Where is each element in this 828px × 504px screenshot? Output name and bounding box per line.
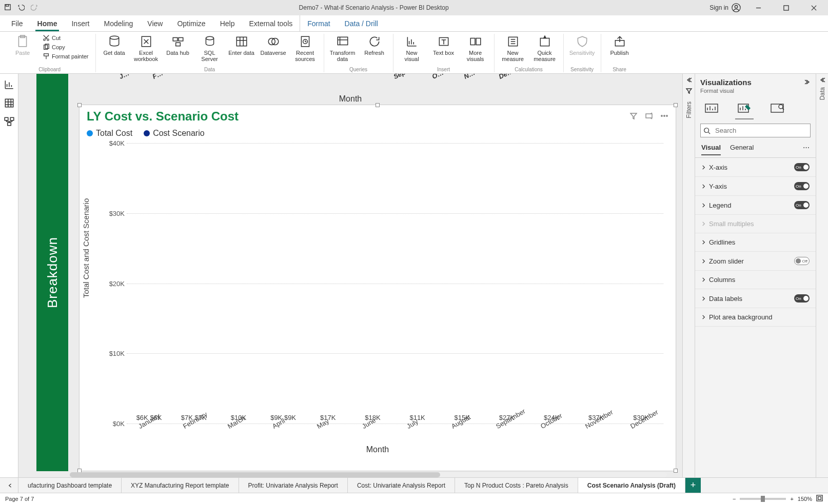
filter-icon[interactable] [629, 112, 638, 122]
page-nav-left[interactable] [2, 478, 18, 493]
x-category: June [361, 416, 377, 430]
tab-home[interactable]: Home [30, 15, 65, 31]
new-measure-button[interactable]: New measure [500, 34, 526, 62]
format-tab-visual[interactable]: Visual [701, 144, 721, 155]
new-visual-button[interactable]: New visual [399, 34, 425, 62]
svg-rect-18 [236, 37, 247, 46]
chart-visual[interactable]: LY Cost vs. Scenario Cost Total Cost Cos… [79, 105, 676, 471]
more-options-icon[interactable] [660, 112, 668, 122]
format-card-columns[interactable]: Columns [695, 271, 816, 289]
tab-modeling[interactable]: Modeling [96, 15, 140, 31]
format-card-legend[interactable]: LegendOn [695, 196, 816, 215]
format-card-y-axis[interactable]: Y-axisOn [695, 177, 816, 196]
zoom-in-button[interactable]: + [790, 496, 793, 502]
redo-icon[interactable] [31, 4, 38, 12]
transform-data-button[interactable]: Transform data [329, 34, 356, 62]
format-card-data-labels[interactable]: Data labelsOn [695, 289, 816, 308]
publish-icon [613, 35, 626, 48]
page-tab[interactable]: ufacturing Dashboard template [18, 478, 122, 493]
focus-mode-icon[interactable] [645, 112, 653, 122]
tab-help[interactable]: Help [213, 15, 242, 31]
toggle-y-axis[interactable]: On [794, 182, 810, 190]
tab-data-drill[interactable]: Data / Drill [338, 15, 385, 31]
sql-server-button[interactable]: SQL Server [196, 34, 223, 62]
format-more-icon[interactable]: ⋯ [803, 144, 810, 155]
analytics-tab[interactable] [767, 99, 787, 117]
report-canvas[interactable]: J… F… Sept… O… N… De… Month Breakdown LY… [18, 74, 682, 477]
tab-insert[interactable]: Insert [64, 15, 96, 31]
zoom-out-button[interactable]: − [733, 496, 736, 502]
cut-button[interactable]: Cut [41, 34, 90, 42]
expand-pane-icon[interactable] [804, 78, 811, 87]
data-pane-collapsed[interactable]: Data [816, 74, 828, 477]
save-icon[interactable] [4, 4, 11, 12]
format-card-gridlines[interactable]: Gridlines [695, 233, 816, 252]
toggle-legend[interactable]: On [794, 201, 810, 209]
add-page-button[interactable]: + [685, 478, 701, 493]
signin-button[interactable]: Sign in [709, 3, 741, 12]
format-card-x-axis[interactable]: X-axisOn [695, 158, 816, 177]
enter-data-button[interactable]: Enter data [228, 34, 255, 56]
svg-point-17 [206, 36, 213, 40]
toggle-zoom-slider[interactable]: Off [794, 257, 810, 265]
svg-point-12 [110, 36, 119, 39]
viz-pane-title: Visualizations [700, 78, 752, 87]
page-tab[interactable]: Profit: Univariate Analysis Report [239, 478, 348, 493]
dataverse-button[interactable]: Dataverse [260, 34, 287, 56]
format-card-zoom-slider[interactable]: Zoom sliderOff [695, 252, 816, 271]
data-view-button[interactable] [4, 97, 15, 109]
undo-icon[interactable] [17, 4, 25, 12]
toggle-data-labels[interactable]: On [794, 294, 810, 303]
build-visual-tab[interactable] [701, 99, 722, 117]
report-view-button[interactable] [4, 79, 15, 90]
copy-button[interactable]: Copy [41, 43, 90, 51]
page-tab[interactable]: Top N Product Costs : Pareto Analysis [455, 478, 578, 493]
y-tick: $30K [98, 209, 125, 217]
canvas-scrollbar[interactable] [70, 472, 667, 477]
minimize-button[interactable] [748, 0, 768, 15]
format-card-plot-area-background[interactable]: Plot area background [695, 308, 816, 327]
window-title: Demo7 - What-if Scenario Analysis - Powe… [38, 4, 709, 11]
toggle-x-axis[interactable]: On [794, 163, 810, 171]
breakdown-sidebar[interactable]: Breakdown [36, 74, 68, 471]
format-search-input[interactable] [700, 124, 811, 137]
data-hub-button[interactable]: Data hub [165, 34, 191, 56]
quick-measure-button[interactable]: Quick measure [531, 34, 558, 62]
title-bar: Demo7 - What-if Scenario Analysis - Powe… [0, 0, 828, 15]
chevron-right-icon [701, 201, 706, 209]
recent-sources-button[interactable]: Recent sources [292, 34, 319, 62]
publish-button[interactable]: Publish [606, 34, 633, 56]
svg-rect-14 [173, 37, 178, 41]
format-tab-general[interactable]: General [730, 144, 754, 155]
format-visual-tab[interactable] [734, 99, 755, 117]
page-tab[interactable]: Cost Scenario Analysis (Draft) [578, 478, 685, 493]
text-box-button[interactable]: Text box [430, 34, 457, 56]
excel-workbook-button[interactable]: Excel workbook [133, 34, 160, 62]
more-visuals-button[interactable]: More visuals [462, 34, 489, 62]
fit-to-page-button[interactable] [816, 495, 823, 502]
chevron-right-icon [701, 164, 706, 171]
page-tab[interactable]: XYZ Manufacturing Report template [122, 478, 239, 493]
refresh-button[interactable]: Refresh [361, 34, 388, 56]
tab-format[interactable]: Format [300, 15, 337, 31]
filters-pane-collapsed[interactable]: Filters [682, 74, 695, 477]
user-icon [732, 3, 741, 12]
tab-optimize[interactable]: Optimize [170, 15, 212, 31]
paste-button[interactable]: Paste [9, 34, 36, 56]
page-indicator: Page 7 of 7 [5, 496, 34, 502]
tab-external-tools[interactable]: External tools [242, 15, 300, 31]
zoom-level[interactable]: 150% [798, 496, 812, 502]
get-data-button[interactable]: Get data [101, 34, 128, 56]
zoom-slider[interactable] [740, 498, 786, 500]
svg-rect-1 [6, 4, 9, 6]
svg-point-42 [704, 128, 709, 132]
maximize-button[interactable] [776, 0, 796, 15]
excel-icon [140, 35, 153, 48]
format-painter-button[interactable]: Format painter [41, 52, 90, 61]
sensitivity-button[interactable]: Sensitivity [569, 34, 596, 56]
tab-view[interactable]: View [140, 15, 170, 31]
close-button[interactable] [803, 0, 824, 15]
model-view-button[interactable] [4, 116, 15, 127]
page-tab[interactable]: Cost: Univariate Analysis Report [348, 478, 455, 493]
tab-file[interactable]: File [4, 15, 30, 31]
